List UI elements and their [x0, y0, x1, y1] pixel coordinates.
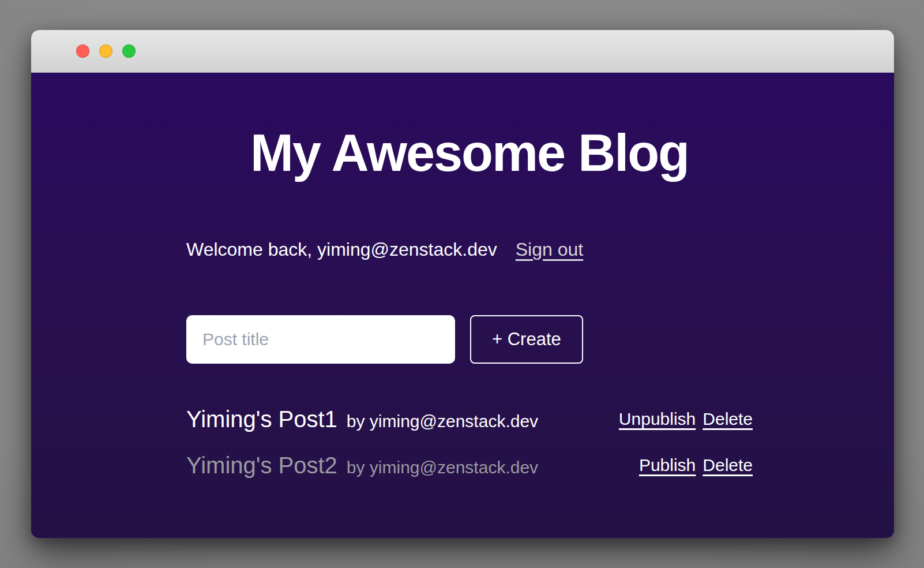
post-info: Yiming's Post1 by yiming@zenstack.dev	[186, 406, 538, 432]
post-title-input[interactable]	[186, 315, 455, 364]
create-post-form: + Create	[186, 315, 753, 364]
welcome-bar: Welcome back, yiming@zenstack.dev Sign o…	[186, 237, 753, 263]
post-title: Yiming's Post1	[186, 406, 337, 432]
delete-link[interactable]: Delete	[703, 455, 753, 475]
main-container: My Awesome Blog Welcome back, yiming@zen…	[186, 73, 753, 488]
unpublish-link[interactable]: Unpublish	[619, 409, 696, 429]
page-title: My Awesome Blog	[186, 124, 753, 184]
post-title: Yiming's Post2	[186, 453, 337, 479]
close-button-icon[interactable]	[76, 44, 89, 58]
page-content: My Awesome Blog Welcome back, yiming@zen…	[31, 73, 894, 537]
sign-out-link[interactable]: Sign out	[516, 237, 583, 263]
post-list: Yiming's Post1 by yiming@zenstack.dev Un…	[186, 396, 753, 488]
post-actions: Unpublish Delete	[619, 409, 753, 429]
desktop-backdrop: My Awesome Blog Welcome back, yiming@zen…	[0, 0, 924, 568]
post-actions: Publish Delete	[639, 455, 753, 475]
post-byline: by yiming@zenstack.dev	[347, 458, 538, 477]
window-titlebar[interactable]	[31, 30, 894, 73]
post-info: Yiming's Post2 by yiming@zenstack.dev	[186, 453, 538, 479]
publish-link[interactable]: Publish	[639, 455, 696, 475]
window-controls	[76, 44, 136, 58]
welcome-text: Welcome back, yiming@zenstack.dev	[186, 237, 497, 263]
zoom-button-icon[interactable]	[122, 44, 136, 58]
minimize-button-icon[interactable]	[99, 44, 112, 58]
create-button[interactable]: + Create	[470, 315, 583, 364]
delete-link[interactable]: Delete	[703, 409, 753, 429]
post-byline: by yiming@zenstack.dev	[347, 412, 538, 431]
app-window: My Awesome Blog Welcome back, yiming@zen…	[31, 30, 894, 538]
post-row: Yiming's Post1 by yiming@zenstack.dev Un…	[186, 396, 753, 442]
post-row: Yiming's Post2 by yiming@zenstack.dev Pu…	[186, 442, 753, 488]
